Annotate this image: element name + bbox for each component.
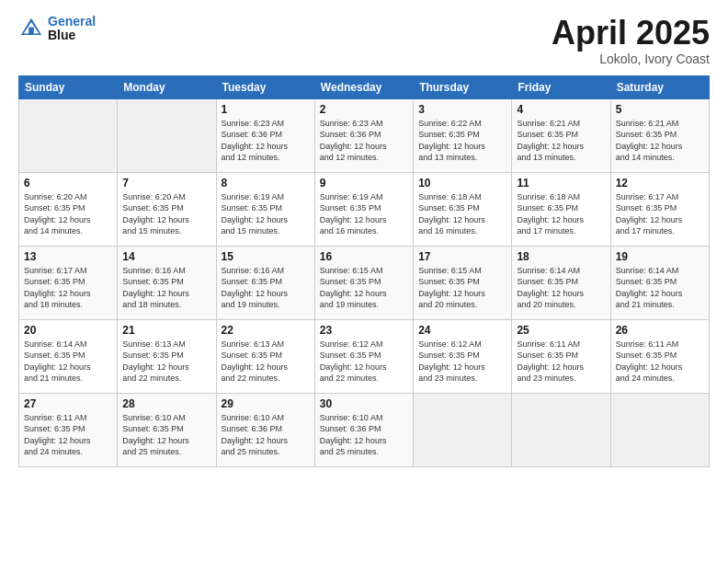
week-row-1: 1Sunrise: 6:23 AM Sunset: 6:36 PM Daylig… — [19, 98, 710, 172]
day-cell: 15Sunrise: 6:16 AM Sunset: 6:35 PM Dayli… — [216, 246, 314, 319]
day-cell: 30Sunrise: 6:10 AM Sunset: 6:36 PM Dayli… — [314, 393, 413, 466]
day-number: 7 — [122, 177, 210, 190]
day-info: Sunrise: 6:21 AM Sunset: 6:35 PM Dayligh… — [616, 118, 704, 164]
day-info: Sunrise: 6:15 AM Sunset: 6:35 PM Dayligh… — [418, 265, 506, 311]
day-cell: 20Sunrise: 6:14 AM Sunset: 6:35 PM Dayli… — [19, 319, 118, 393]
day-cell: 2Sunrise: 6:23 AM Sunset: 6:36 PM Daylig… — [314, 98, 413, 172]
day-number: 12 — [616, 177, 704, 190]
day-info: Sunrise: 6:14 AM Sunset: 6:35 PM Dayligh… — [517, 265, 605, 311]
day-number: 6 — [24, 177, 112, 190]
day-cell: 8Sunrise: 6:19 AM Sunset: 6:35 PM Daylig… — [216, 172, 314, 246]
day-info: Sunrise: 6:12 AM Sunset: 6:35 PM Dayligh… — [418, 339, 506, 385]
day-cell: 19Sunrise: 6:14 AM Sunset: 6:35 PM Dayli… — [610, 246, 709, 319]
day-number: 1 — [222, 103, 310, 116]
day-cell: 10Sunrise: 6:18 AM Sunset: 6:35 PM Dayli… — [414, 172, 512, 246]
day-cell: 25Sunrise: 6:11 AM Sunset: 6:35 PM Dayli… — [512, 319, 610, 393]
day-cell: 26Sunrise: 6:11 AM Sunset: 6:35 PM Dayli… — [610, 319, 709, 393]
day-cell: 14Sunrise: 6:16 AM Sunset: 6:35 PM Dayli… — [118, 246, 216, 319]
title-block: April 2025 Lokolo, Ivory Coast — [552, 15, 710, 66]
day-info: Sunrise: 6:20 AM Sunset: 6:35 PM Dayligh… — [24, 191, 112, 237]
day-cell: 21Sunrise: 6:13 AM Sunset: 6:35 PM Dayli… — [118, 319, 216, 393]
day-number: 23 — [320, 324, 408, 337]
day-cell — [19, 98, 118, 172]
day-info: Sunrise: 6:11 AM Sunset: 6:35 PM Dayligh… — [517, 339, 605, 385]
day-cell: 16Sunrise: 6:15 AM Sunset: 6:35 PM Dayli… — [314, 246, 413, 319]
day-info: Sunrise: 6:11 AM Sunset: 6:35 PM Dayligh… — [24, 412, 112, 458]
day-cell: 23Sunrise: 6:12 AM Sunset: 6:35 PM Dayli… — [314, 319, 413, 393]
day-number: 11 — [517, 177, 605, 190]
day-info: Sunrise: 6:19 AM Sunset: 6:35 PM Dayligh… — [320, 191, 408, 237]
day-cell: 4Sunrise: 6:21 AM Sunset: 6:35 PM Daylig… — [512, 98, 610, 172]
day-cell: 17Sunrise: 6:15 AM Sunset: 6:35 PM Dayli… — [414, 246, 512, 319]
week-row-5: 27Sunrise: 6:11 AM Sunset: 6:35 PM Dayli… — [19, 393, 710, 466]
day-info: Sunrise: 6:22 AM Sunset: 6:35 PM Dayligh… — [418, 118, 506, 164]
svg-rect-2 — [28, 28, 34, 35]
day-cell — [610, 393, 709, 466]
day-cell: 29Sunrise: 6:10 AM Sunset: 6:36 PM Dayli… — [216, 393, 314, 466]
day-cell: 28Sunrise: 6:10 AM Sunset: 6:35 PM Dayli… — [118, 393, 216, 466]
day-info: Sunrise: 6:17 AM Sunset: 6:35 PM Dayligh… — [616, 191, 704, 237]
week-row-4: 20Sunrise: 6:14 AM Sunset: 6:35 PM Dayli… — [19, 319, 710, 393]
day-number: 4 — [517, 103, 605, 116]
day-info: Sunrise: 6:10 AM Sunset: 6:36 PM Dayligh… — [320, 412, 408, 458]
day-info: Sunrise: 6:21 AM Sunset: 6:35 PM Dayligh… — [517, 118, 605, 164]
day-info: Sunrise: 6:13 AM Sunset: 6:35 PM Dayligh… — [122, 339, 210, 385]
day-info: Sunrise: 6:11 AM Sunset: 6:35 PM Dayligh… — [616, 339, 704, 385]
calendar-subtitle: Lokolo, Ivory Coast — [552, 52, 710, 66]
day-cell — [512, 393, 610, 466]
day-cell: 12Sunrise: 6:17 AM Sunset: 6:35 PM Dayli… — [610, 172, 709, 246]
col-header-thursday: Thursday — [414, 75, 512, 98]
header: General Blue April 2025 Lokolo, Ivory Co… — [18, 15, 710, 66]
day-cell: 5Sunrise: 6:21 AM Sunset: 6:35 PM Daylig… — [610, 98, 709, 172]
day-number: 21 — [122, 324, 210, 337]
day-cell: 3Sunrise: 6:22 AM Sunset: 6:35 PM Daylig… — [414, 98, 512, 172]
day-info: Sunrise: 6:18 AM Sunset: 6:35 PM Dayligh… — [517, 191, 605, 237]
day-number: 29 — [222, 397, 310, 410]
logo-icon — [18, 16, 44, 41]
day-cell: 27Sunrise: 6:11 AM Sunset: 6:35 PM Dayli… — [19, 393, 118, 466]
day-number: 26 — [616, 324, 704, 337]
day-cell: 24Sunrise: 6:12 AM Sunset: 6:35 PM Dayli… — [414, 319, 512, 393]
day-info: Sunrise: 6:20 AM Sunset: 6:35 PM Dayligh… — [122, 191, 210, 237]
day-number: 16 — [320, 250, 408, 263]
day-number: 10 — [418, 177, 506, 190]
day-number: 5 — [616, 103, 704, 116]
day-number: 19 — [616, 250, 704, 263]
day-info: Sunrise: 6:14 AM Sunset: 6:35 PM Dayligh… — [616, 265, 704, 311]
col-header-saturday: Saturday — [610, 75, 709, 98]
day-cell: 11Sunrise: 6:18 AM Sunset: 6:35 PM Dayli… — [512, 172, 610, 246]
day-cell — [414, 393, 512, 466]
day-info: Sunrise: 6:17 AM Sunset: 6:35 PM Dayligh… — [24, 265, 112, 311]
day-number: 14 — [122, 250, 210, 263]
day-info: Sunrise: 6:16 AM Sunset: 6:35 PM Dayligh… — [222, 265, 310, 311]
day-number: 3 — [418, 103, 506, 116]
logo-text: General Blue — [48, 15, 96, 43]
day-info: Sunrise: 6:16 AM Sunset: 6:35 PM Dayligh… — [122, 265, 210, 311]
col-header-monday: Monday — [118, 75, 216, 98]
week-row-3: 13Sunrise: 6:17 AM Sunset: 6:35 PM Dayli… — [19, 246, 710, 319]
day-number: 27 — [24, 397, 112, 410]
day-number: 2 — [320, 103, 408, 116]
day-info: Sunrise: 6:13 AM Sunset: 6:35 PM Dayligh… — [222, 339, 310, 385]
day-info: Sunrise: 6:10 AM Sunset: 6:36 PM Dayligh… — [222, 412, 310, 458]
day-cell: 1Sunrise: 6:23 AM Sunset: 6:36 PM Daylig… — [216, 98, 314, 172]
day-number: 20 — [24, 324, 112, 337]
day-number: 9 — [320, 177, 408, 190]
day-cell: 13Sunrise: 6:17 AM Sunset: 6:35 PM Dayli… — [19, 246, 118, 319]
day-cell: 22Sunrise: 6:13 AM Sunset: 6:35 PM Dayli… — [216, 319, 314, 393]
day-number: 24 — [418, 324, 506, 337]
day-info: Sunrise: 6:10 AM Sunset: 6:35 PM Dayligh… — [122, 412, 210, 458]
day-cell: 7Sunrise: 6:20 AM Sunset: 6:35 PM Daylig… — [118, 172, 216, 246]
day-number: 30 — [320, 397, 408, 410]
calendar-table: SundayMondayTuesdayWednesdayThursdayFrid… — [18, 75, 710, 467]
day-info: Sunrise: 6:14 AM Sunset: 6:35 PM Dayligh… — [24, 339, 112, 385]
day-info: Sunrise: 6:12 AM Sunset: 6:35 PM Dayligh… — [320, 339, 408, 385]
day-info: Sunrise: 6:23 AM Sunset: 6:36 PM Dayligh… — [222, 118, 310, 164]
day-number: 28 — [122, 397, 210, 410]
day-number: 13 — [24, 250, 112, 263]
day-info: Sunrise: 6:19 AM Sunset: 6:35 PM Dayligh… — [222, 191, 310, 237]
header-row: SundayMondayTuesdayWednesdayThursdayFrid… — [19, 75, 710, 98]
day-number: 25 — [517, 324, 605, 337]
col-header-friday: Friday — [512, 75, 610, 98]
day-number: 8 — [222, 177, 310, 190]
